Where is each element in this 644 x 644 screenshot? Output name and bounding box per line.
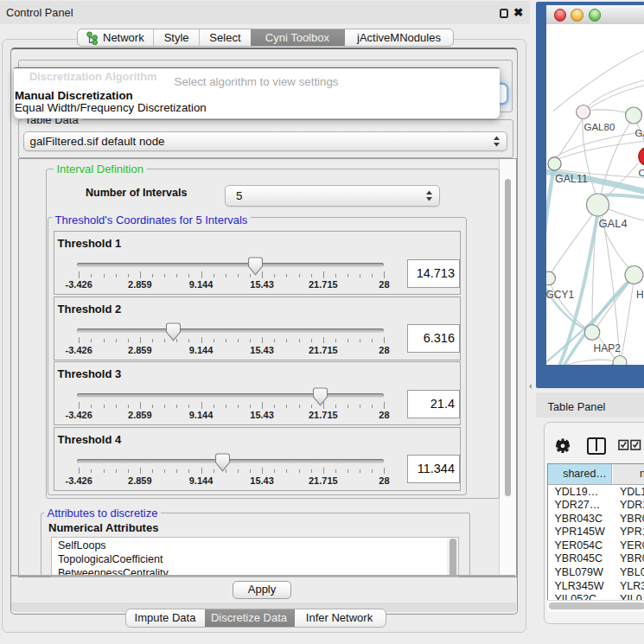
svg-text:GAL11: GAL11 — [555, 172, 588, 184]
svg-text:HAP2: HAP2 — [594, 342, 622, 354]
svg-text:C: C — [639, 168, 644, 178]
svg-text:GAL4: GAL4 — [599, 216, 628, 229]
svg-text:GA: GA — [635, 127, 644, 137]
svg-text:H: H — [636, 289, 644, 301]
svg-text:GCY1: GCY1 — [546, 289, 575, 301]
svg-text:GAL80: GAL80 — [584, 122, 615, 132]
